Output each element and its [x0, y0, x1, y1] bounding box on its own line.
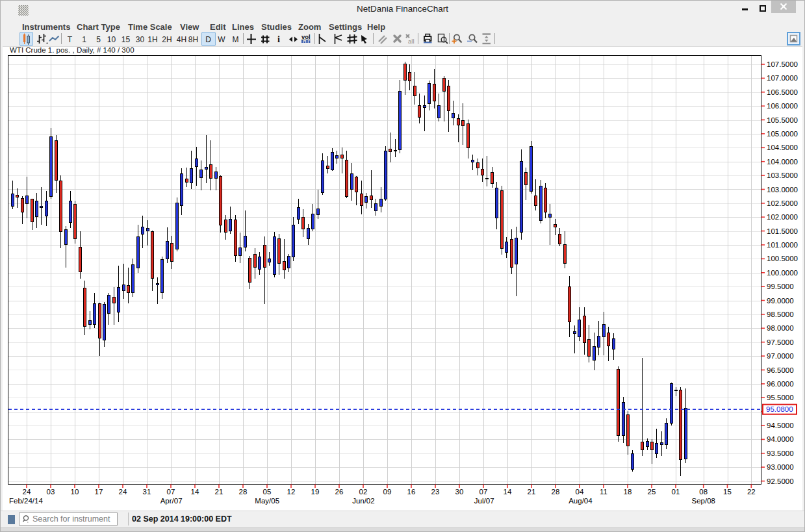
svg-text:14: 14: [504, 488, 512, 496]
svg-text:04: 04: [576, 488, 584, 496]
svg-text:01: 01: [672, 488, 680, 496]
svg-text:101.5000: 101.5000: [767, 227, 798, 235]
svg-text:98.5000: 98.5000: [767, 310, 794, 318]
svg-text:Jun/02: Jun/02: [352, 497, 375, 505]
svg-text:11: 11: [600, 488, 607, 496]
svg-text:i: i: [277, 34, 280, 44]
svg-text:99.0000: 99.0000: [767, 297, 794, 305]
svg-text:07: 07: [479, 488, 488, 496]
svg-text:106.0000: 106.0000: [767, 102, 798, 110]
svg-text:25: 25: [648, 488, 656, 496]
svg-text:101.0000: 101.0000: [767, 241, 798, 249]
svg-text:104.5000: 104.5000: [767, 144, 798, 151]
svg-text:17: 17: [95, 488, 103, 496]
svg-text:24: 24: [119, 488, 127, 496]
svg-text:May/05: May/05: [255, 497, 279, 505]
svg-text:95.5000: 95.5000: [767, 394, 794, 401]
svg-text:100.5000: 100.5000: [767, 255, 798, 262]
svg-text:105.5000: 105.5000: [767, 116, 798, 124]
svg-text:19: 19: [311, 488, 320, 496]
svg-text:12: 12: [287, 488, 296, 496]
svg-text:30: 30: [455, 488, 464, 496]
svg-text:103.0000: 103.0000: [767, 186, 798, 194]
svg-text:95.0800: 95.0800: [766, 405, 793, 413]
svg-text:10: 10: [71, 488, 79, 496]
svg-text:98.0000: 98.0000: [767, 324, 794, 332]
svg-text:96.5000: 96.5000: [767, 366, 794, 374]
svg-text:28: 28: [552, 488, 560, 496]
svg-text:102.0000: 102.0000: [767, 213, 798, 221]
svg-text:18: 18: [624, 488, 632, 496]
svg-text:102.5000: 102.5000: [767, 199, 798, 207]
svg-text:105.0000: 105.0000: [767, 130, 798, 138]
svg-text:97.0000: 97.0000: [767, 352, 794, 360]
svg-text:94.0000: 94.0000: [767, 435, 794, 443]
svg-text:28: 28: [239, 488, 248, 496]
svg-text:16: 16: [407, 488, 416, 496]
svg-text:26: 26: [335, 488, 344, 496]
svg-text:96.0000: 96.0000: [767, 380, 794, 388]
svg-text:92.5000: 92.5000: [767, 477, 794, 485]
svg-text:03: 03: [47, 488, 55, 496]
svg-text:100.0000: 100.0000: [767, 269, 798, 277]
svg-text:all: all: [408, 38, 415, 45]
svg-text:97.5000: 97.5000: [767, 338, 794, 346]
svg-text:09: 09: [383, 488, 392, 496]
svg-text:93.5000: 93.5000: [767, 450, 794, 457]
svg-text:02: 02: [359, 488, 368, 496]
svg-text:104.0000: 104.0000: [767, 158, 798, 166]
svg-text:14: 14: [191, 488, 199, 496]
svg-text:Feb/24/14: Feb/24/14: [9, 497, 43, 505]
svg-text:21: 21: [528, 488, 536, 496]
svg-text:08: 08: [699, 488, 708, 496]
svg-text:Jul/07: Jul/07: [474, 497, 494, 505]
svg-text:05: 05: [263, 488, 272, 496]
svg-text:103.5000: 103.5000: [767, 171, 798, 179]
svg-text:23: 23: [431, 488, 440, 496]
svg-text:Aug/04: Aug/04: [569, 497, 593, 505]
svg-text:107.0000: 107.0000: [767, 74, 798, 82]
svg-text:106.5000: 106.5000: [767, 88, 798, 96]
svg-text:107.5000: 107.5000: [767, 60, 798, 68]
svg-text:Sep/08: Sep/08: [691, 497, 715, 505]
svg-text:22: 22: [747, 488, 756, 496]
svg-text:vol: vol: [301, 33, 311, 40]
svg-text:Apr/07: Apr/07: [160, 497, 183, 505]
svg-text:15: 15: [723, 488, 732, 496]
svg-text:94.5000: 94.5000: [767, 422, 794, 429]
svg-text:21: 21: [215, 488, 224, 496]
svg-text:07: 07: [167, 488, 175, 496]
svg-text:99.5000: 99.5000: [767, 283, 794, 290]
svg-text:93.0000: 93.0000: [767, 463, 794, 471]
svg-text:31: 31: [143, 488, 151, 496]
svg-text:24: 24: [23, 488, 31, 496]
